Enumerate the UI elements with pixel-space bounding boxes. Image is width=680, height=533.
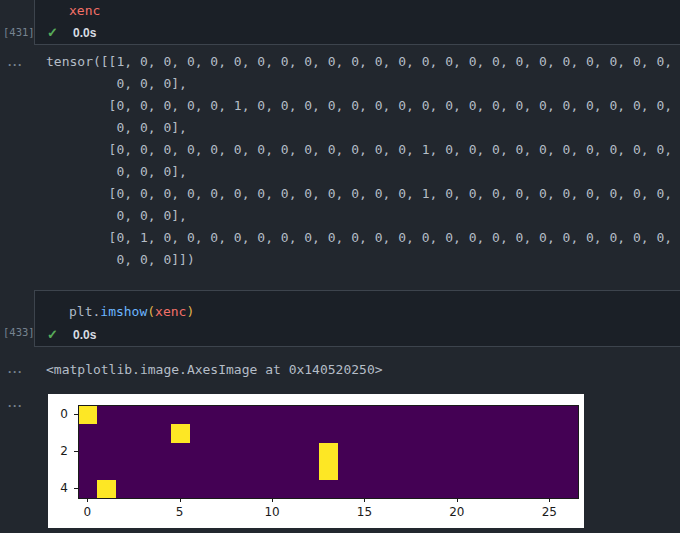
code-token: xenc [69,3,100,18]
code-editor-line[interactable]: plt.imshow(xenc) [69,305,194,319]
heatmap-one-cell [79,406,97,424]
x-tick-label: 20 [442,506,472,518]
heatmap-one-cell [319,443,337,461]
x-tick-label: 0 [72,506,102,518]
y-tick-mark [74,451,78,452]
output-collapse-button[interactable]: ··· [8,365,23,379]
x-tick-label: 10 [257,506,287,518]
y-tick-label: 2 [52,445,68,457]
execution-count-label: [433] [3,326,33,338]
x-tick-mark [272,498,273,502]
x-tick-mark [180,498,181,502]
code-cell-xenc[interactable]: xenc ✓ 0.0s [34,0,680,45]
y-tick-label: 0 [52,408,68,420]
imshow-figure: 0510152025024 [48,394,584,528]
y-tick-mark [74,414,78,415]
execution-count-label: [431] [3,26,33,38]
heatmap-one-cell [97,480,115,498]
code-editor-line[interactable]: xenc [69,4,100,18]
code-token: plt [69,304,92,319]
code-cell-imshow[interactable]: plt.imshow(xenc) ✓ 0.0s [34,290,680,347]
x-tick-label: 25 [534,506,564,518]
code-token: imshow [100,304,147,319]
tensor-output-text: tensor([[1, 0, 0, 0, 0, 0, 0, 0, 0, 0, 0… [46,51,672,271]
x-tick-label: 15 [349,506,379,518]
code-token: ) [186,304,194,319]
x-tick-label: 5 [165,506,195,518]
code-token: ( [147,304,155,319]
output-collapse-button[interactable]: ··· [8,58,23,72]
execution-duration: 0.0s [73,26,96,40]
output-collapse-button[interactable]: ··· [8,399,23,413]
heatmap-axes [78,405,579,499]
x-tick-mark [457,498,458,502]
heatmap-one-cell [171,424,189,442]
heatmap-one-cell [319,461,337,479]
axesimage-repr-text: <matplotlib.image.AxesImage at 0x1405202… [46,359,383,381]
success-check-icon: ✓ [47,327,58,342]
execution-duration: 0.0s [73,328,96,342]
x-tick-mark [364,498,365,502]
y-tick-mark [74,488,78,489]
x-tick-mark [87,498,88,502]
success-check-icon: ✓ [47,25,58,40]
x-tick-mark [549,498,550,502]
code-token: xenc [155,304,186,319]
y-tick-label: 4 [52,482,68,494]
